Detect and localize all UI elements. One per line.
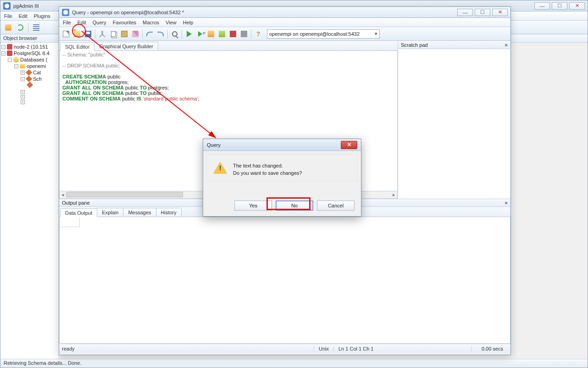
minimize-button[interactable]: —: [534, 2, 550, 10]
cancel-button[interactable]: Cancel: [317, 201, 355, 211]
query-window-icon: [62, 9, 69, 16]
explain-analyze-icon[interactable]: [217, 29, 227, 39]
undo-icon[interactable]: [144, 29, 155, 39]
query-menubar: File Edit Query Favourites Macros View H…: [59, 18, 510, 27]
dbico-icon: [20, 64, 25, 68]
grid-corner-cell: [60, 217, 80, 227]
qmenu-query[interactable]: Query: [93, 20, 106, 25]
expand-icon[interactable]: –: [8, 58, 12, 62]
tab-history[interactable]: History: [156, 208, 182, 217]
tree-node-label: PostgreSQL 8.4: [14, 50, 50, 56]
copy-icon[interactable]: [108, 29, 118, 39]
qmenu-favourites[interactable]: Favourites: [113, 20, 136, 25]
tree-node[interactable]: +Cat: [0, 69, 59, 76]
connection-dropdown[interactable]: openempi on openempi@localhost:5432: [267, 29, 380, 39]
object-browser-tree[interactable]: –node-2 (10.151–PostgreSQL 8.4–Databases…: [0, 43, 59, 359]
redo-icon[interactable]: [155, 29, 166, 39]
menu-file[interactable]: File: [4, 13, 12, 19]
help-icon[interactable]: ?: [253, 29, 263, 39]
tab-graphical-query-builder[interactable]: Graphical Query Builder: [94, 42, 158, 50]
expand-icon[interactable]: +: [21, 95, 25, 99]
yes-button[interactable]: Yes: [234, 201, 272, 211]
properties-icon[interactable]: [31, 22, 41, 33]
query-minimize-button[interactable]: —: [457, 9, 473, 16]
connect-icon[interactable]: [3, 22, 13, 33]
stop-icon[interactable]: [239, 29, 249, 39]
clear-icon[interactable]: [130, 29, 140, 39]
qmenu-view[interactable]: View: [166, 20, 177, 25]
tree-node[interactable]: –Databases (: [0, 56, 59, 63]
explain-icon[interactable]: [206, 29, 216, 39]
expand-icon[interactable]: –: [14, 64, 18, 68]
output-pane-title: Output pane: [62, 200, 90, 206]
open-file-icon[interactable]: [72, 29, 82, 39]
output-pane-close-icon[interactable]: ×: [505, 200, 508, 206]
toolbar-separator: [167, 29, 168, 39]
dialog-close-button[interactable]: ✕: [341, 141, 357, 149]
tree-node[interactable]: [0, 82, 59, 88]
menu-plugins[interactable]: Plugins: [34, 13, 50, 19]
dialog-titlebar[interactable]: Query ✕: [203, 139, 361, 151]
query-close-button[interactable]: ✕: [492, 9, 508, 16]
dialog-line2: Do you want to save changes?: [233, 170, 302, 177]
output-pane-body[interactable]: [59, 217, 510, 344]
paste-icon[interactable]: [119, 29, 129, 39]
cut-icon[interactable]: [97, 29, 107, 39]
tree-node[interactable]: +: [0, 100, 59, 105]
toolbar-separator: [251, 29, 251, 39]
diamond-icon: [26, 76, 32, 82]
scroll-right-icon[interactable]: ▸: [391, 191, 397, 198]
warning-icon: !: [214, 162, 227, 174]
tree-node-label: node-2 (10.151: [14, 44, 48, 50]
tree-node[interactable]: –PostgreSQL 8.4: [0, 50, 59, 56]
scratch-pad-panel: Scratch pad ×: [398, 41, 510, 199]
new-file-icon[interactable]: [61, 29, 71, 39]
close-button[interactable]: ✕: [569, 2, 585, 10]
status-ready: ready: [62, 346, 314, 351]
qmenu-macros[interactable]: Macros: [143, 20, 159, 25]
scratch-pad-body[interactable]: [398, 49, 510, 199]
tree-node[interactable]: +: [0, 95, 59, 100]
connection-value: openempi on openempi@localhost:5432: [269, 31, 360, 37]
no-button[interactable]: No: [276, 201, 313, 211]
save-changes-dialog: Query ✕ ! The text has changed. Do you w…: [203, 139, 361, 217]
scrollbar-thumb[interactable]: [66, 192, 183, 197]
qmenu-edit[interactable]: Edit: [78, 20, 86, 25]
menu-edit[interactable]: Edit: [19, 13, 28, 19]
expand-icon[interactable]: –: [1, 45, 6, 49]
tree-node[interactable]: –openemi: [0, 63, 59, 69]
main-statusbar: Retrieving Schema details... Done.: [1, 359, 587, 367]
qmenu-help[interactable]: Help: [183, 20, 194, 25]
save-file-icon[interactable]: [83, 29, 93, 39]
tree-node[interactable]: +: [0, 89, 59, 95]
execute-icon[interactable]: [184, 29, 194, 39]
maximize-button[interactable]: ☐: [552, 2, 567, 10]
expand-icon[interactable]: –: [21, 77, 25, 81]
query-titlebar[interactable]: Query - openempi on openempi@localhost:5…: [59, 7, 510, 18]
tree-node-label: openemi: [27, 63, 46, 69]
toolbar-separator: [28, 23, 28, 32]
status-os: Unix: [314, 346, 333, 351]
scroll-left-icon[interactable]: ◂: [60, 191, 66, 198]
diamond-icon: [27, 82, 33, 88]
tab-messages[interactable]: Messages: [123, 208, 156, 217]
tab-explain[interactable]: Explain: [97, 208, 123, 217]
tab-data-output[interactable]: Data Output: [60, 208, 97, 217]
object-browser-title: Object browser: [3, 35, 37, 41]
expand-icon[interactable]: –: [1, 51, 6, 56]
expand-icon[interactable]: +: [21, 71, 25, 75]
query-maximize-button[interactable]: ☐: [475, 9, 490, 16]
scratch-pad-title: Scratch pad: [401, 42, 428, 48]
diamond-icon: [26, 69, 32, 76]
tab-sql-editor[interactable]: SQL Editor: [60, 42, 94, 51]
scratch-pad-close-icon[interactable]: ×: [505, 42, 508, 48]
find-icon[interactable]: [170, 29, 180, 39]
cancel-query-icon[interactable]: [228, 29, 238, 39]
refresh-icon[interactable]: [15, 22, 25, 33]
expand-icon[interactable]: +: [21, 100, 25, 104]
expand-icon[interactable]: +: [21, 90, 25, 94]
editor-tabstrip: SQL Editor Graphical Query Builder: [59, 41, 398, 51]
qmenu-file[interactable]: File: [63, 20, 71, 25]
execute-pgscript-icon[interactable]: [195, 29, 205, 39]
tree-node[interactable]: –node-2 (10.151: [0, 44, 59, 50]
